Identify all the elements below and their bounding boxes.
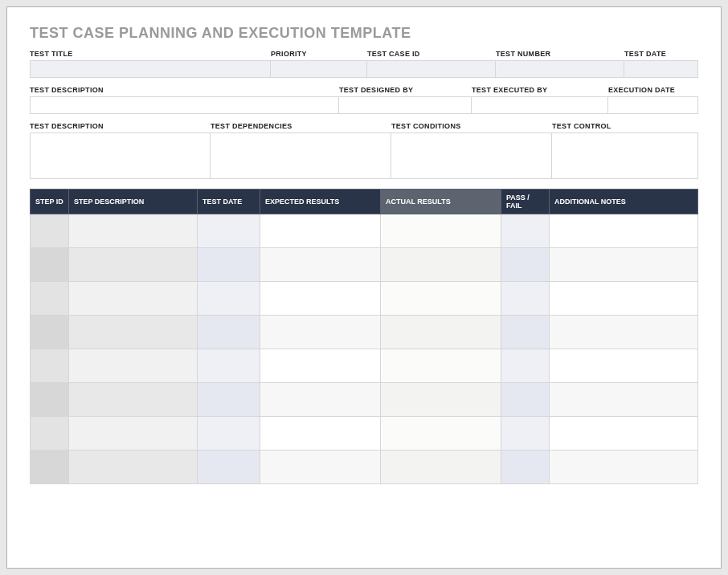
test-designed-by-label: TEST DESIGNED BY	[339, 86, 472, 96]
actual-results-cell[interactable]	[381, 383, 501, 417]
table-row	[31, 451, 698, 484]
step-id-cell[interactable]	[31, 417, 69, 451]
table-row	[31, 214, 698, 248]
actual-results-cell[interactable]	[381, 248, 501, 282]
test-conditions-input[interactable]	[391, 133, 552, 179]
header-row-1: TEST TITLE PRIORITY TEST CASE ID TEST NU…	[30, 50, 698, 78]
expected-results-cell[interactable]	[260, 248, 381, 282]
col-additional-notes: ADDITIONAL NOTES	[550, 190, 698, 214]
test-executed-by-input[interactable]	[472, 96, 608, 114]
pass-fail-cell[interactable]	[501, 248, 550, 282]
test-dependencies-input[interactable]	[211, 133, 391, 179]
expected-results-cell[interactable]	[260, 316, 381, 349]
step-description-cell[interactable]	[69, 214, 198, 248]
test-description-label: TEST DESCRIPTION	[30, 86, 339, 96]
steps-table: STEP ID STEP DESCRIPTION TEST DATE EXPEC…	[30, 189, 698, 484]
test-date-input[interactable]	[624, 60, 698, 78]
table-row	[31, 349, 698, 383]
test-description2-input[interactable]	[30, 133, 211, 179]
priority-label: PRIORITY	[271, 50, 367, 60]
additional-notes-cell[interactable]	[550, 214, 698, 248]
actual-results-cell[interactable]	[381, 451, 501, 484]
actual-results-cell[interactable]	[381, 349, 501, 383]
step-id-cell[interactable]	[31, 383, 69, 417]
test-date-cell[interactable]	[198, 316, 260, 349]
execution-date-label: EXECUTION DATE	[608, 86, 698, 96]
additional-notes-cell[interactable]	[550, 248, 698, 282]
step-description-cell[interactable]	[69, 451, 198, 484]
test-title-input[interactable]	[30, 60, 271, 78]
test-date-cell[interactable]	[198, 349, 260, 383]
pass-fail-cell[interactable]	[501, 383, 550, 417]
expected-results-cell[interactable]	[260, 349, 381, 383]
pass-fail-cell[interactable]	[501, 417, 550, 451]
step-id-cell[interactable]	[31, 248, 69, 282]
test-case-id-input[interactable]	[367, 60, 496, 78]
additional-notes-cell[interactable]	[550, 383, 698, 417]
step-description-cell[interactable]	[69, 248, 198, 282]
actual-results-cell[interactable]	[381, 316, 501, 349]
header-row-3: TEST DESCRIPTION TEST DEPENDENCIES TEST …	[30, 122, 698, 179]
additional-notes-cell[interactable]	[550, 349, 698, 383]
test-dependencies-label: TEST DEPENDENCIES	[211, 122, 391, 133]
execution-date-input[interactable]	[608, 96, 698, 114]
col-test-date: TEST DATE	[198, 190, 260, 214]
expected-results-cell[interactable]	[260, 383, 381, 417]
expected-results-cell[interactable]	[260, 451, 381, 484]
steps-header-row: STEP ID STEP DESCRIPTION TEST DATE EXPEC…	[31, 190, 698, 214]
page-title: TEST CASE PLANNING AND EXECUTION TEMPLAT…	[30, 25, 698, 42]
step-id-cell[interactable]	[31, 451, 69, 484]
table-row	[31, 316, 698, 349]
header-row-2: TEST DESCRIPTION TEST DESIGNED BY TEST E…	[30, 86, 698, 114]
table-row	[31, 248, 698, 282]
test-date-cell[interactable]	[198, 282, 260, 316]
col-pass-fail: PASS / FAIL	[501, 190, 550, 214]
col-step-description: STEP DESCRIPTION	[69, 190, 198, 214]
table-row	[31, 417, 698, 451]
test-conditions-label: TEST CONDITIONS	[391, 122, 552, 133]
test-date-cell[interactable]	[198, 383, 260, 417]
col-actual-results: ACTUAL RESULTS	[381, 190, 501, 214]
priority-input[interactable]	[271, 60, 367, 78]
test-description-input[interactable]	[30, 96, 339, 114]
additional-notes-cell[interactable]	[550, 316, 698, 349]
test-number-label: TEST NUMBER	[496, 50, 624, 60]
expected-results-cell[interactable]	[260, 282, 381, 316]
step-id-cell[interactable]	[31, 282, 69, 316]
expected-results-cell[interactable]	[260, 214, 381, 248]
additional-notes-cell[interactable]	[550, 282, 698, 316]
step-description-cell[interactable]	[69, 349, 198, 383]
step-description-cell[interactable]	[69, 383, 198, 417]
test-executed-by-label: TEST EXECUTED BY	[472, 86, 608, 96]
pass-fail-cell[interactable]	[501, 214, 550, 248]
test-designed-by-input[interactable]	[339, 96, 472, 114]
step-description-cell[interactable]	[69, 282, 198, 316]
step-id-cell[interactable]	[31, 349, 69, 383]
test-control-input[interactable]	[552, 133, 698, 179]
table-row	[31, 383, 698, 417]
test-date-cell[interactable]	[198, 214, 260, 248]
col-expected-results: EXPECTED RESULTS	[260, 190, 381, 214]
page: TEST CASE PLANNING AND EXECUTION TEMPLAT…	[6, 6, 722, 569]
actual-results-cell[interactable]	[381, 417, 501, 451]
expected-results-cell[interactable]	[260, 417, 381, 451]
step-id-cell[interactable]	[31, 214, 69, 248]
step-id-cell[interactable]	[31, 316, 69, 349]
additional-notes-cell[interactable]	[550, 451, 698, 484]
test-date-cell[interactable]	[198, 451, 260, 484]
actual-results-cell[interactable]	[381, 214, 501, 248]
pass-fail-cell[interactable]	[501, 316, 550, 349]
test-title-label: TEST TITLE	[30, 50, 271, 60]
test-date-label: TEST DATE	[624, 50, 698, 60]
test-date-cell[interactable]	[198, 417, 260, 451]
step-description-cell[interactable]	[69, 316, 198, 349]
test-number-input[interactable]	[496, 60, 624, 78]
actual-results-cell[interactable]	[381, 282, 501, 316]
additional-notes-cell[interactable]	[550, 417, 698, 451]
pass-fail-cell[interactable]	[501, 451, 550, 484]
pass-fail-cell[interactable]	[501, 349, 550, 383]
test-date-cell[interactable]	[198, 248, 260, 282]
step-description-cell[interactable]	[69, 417, 198, 451]
test-description2-label: TEST DESCRIPTION	[30, 122, 211, 133]
pass-fail-cell[interactable]	[501, 282, 550, 316]
